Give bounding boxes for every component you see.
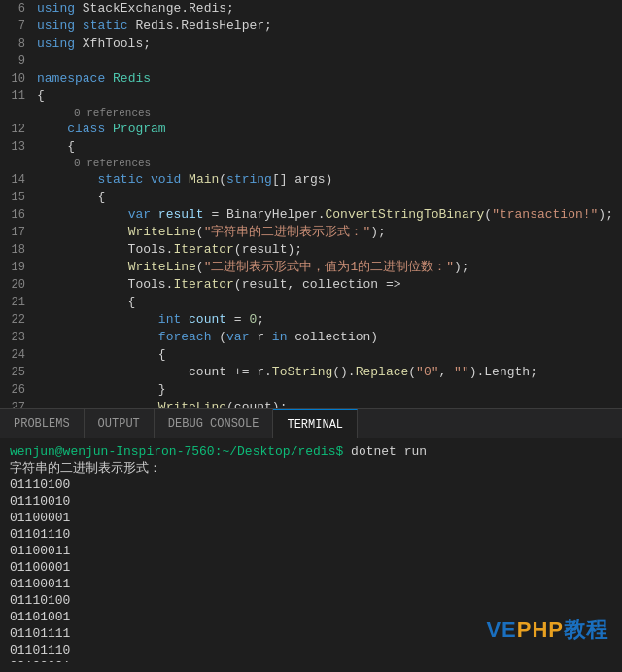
- watermark-php: PHP: [517, 618, 564, 642]
- code-line: 23 foreach (var r in collection): [0, 329, 622, 346]
- code-line: 13 {: [0, 138, 622, 156]
- line-number: 8: [0, 35, 37, 53]
- terminal-output-line: 00100001: [10, 658, 612, 662]
- line-number: 13: [0, 138, 37, 156]
- code-line: 17 WriteLine("字符串的二进制表示形式：");: [0, 224, 622, 241]
- code-content: class Program: [37, 121, 622, 138]
- terminal-output-line: 01110100: [10, 477, 612, 493]
- code-line: 25 count += r.ToString().Replace("0", ""…: [0, 364, 622, 381]
- code-content: Tools.Iterator(result);: [37, 241, 622, 259]
- code-content: foreach (var r in collection): [37, 329, 622, 346]
- tab-terminal[interactable]: TERMINAL: [273, 409, 358, 439]
- line-number: 27: [0, 399, 37, 408]
- code-line: 15 {: [0, 189, 622, 206]
- code-line: 14 static void Main(string[] args): [0, 171, 622, 189]
- line-number: 14: [0, 171, 37, 189]
- tab-debug-console[interactable]: DEBUG CONSOLE: [155, 409, 274, 439]
- code-content: using static Redis.RedisHelper;: [37, 18, 622, 35]
- code-content: {: [37, 189, 622, 206]
- watermark-ve: VE: [486, 618, 516, 642]
- code-content: {: [37, 138, 622, 156]
- terminal-output-line: 01101110: [10, 526, 612, 543]
- line-number: 19: [0, 259, 37, 276]
- terminal-output-line: 01110100: [10, 592, 612, 609]
- line-number: 7: [0, 18, 37, 35]
- terminal-output-line: 01100001: [10, 510, 612, 526]
- line-number: 23: [0, 329, 37, 346]
- terminal-output-line: 01110010: [10, 493, 612, 510]
- line-number: 21: [0, 294, 37, 311]
- tab-problems[interactable]: PROBLEMS: [0, 409, 85, 439]
- line-number: 22: [0, 311, 37, 329]
- terminal-output-line: 01100001: [10, 559, 612, 576]
- code-line: 9: [0, 53, 622, 70]
- tab-output[interactable]: OUTPUT: [85, 409, 155, 439]
- line-number: 12: [0, 121, 37, 138]
- code-line: 18 Tools.Iterator(result);: [0, 241, 622, 259]
- terminal-command: dotnet run: [343, 444, 427, 459]
- line-number: 17: [0, 224, 37, 241]
- code-line: 20 Tools.Iterator(result, collection =>: [0, 276, 622, 294]
- line-number: 6: [0, 0, 37, 18]
- code-content: {: [37, 294, 622, 311]
- code-content: {: [37, 88, 622, 105]
- code-line: 6using StackExchange.Redis;: [0, 0, 622, 18]
- line-number: 15: [0, 189, 37, 206]
- watermark: VEPHP教程: [486, 616, 608, 645]
- code-line: 12 class Program: [0, 121, 622, 138]
- terminal-output-line: 01100011: [10, 543, 612, 559]
- code-content: WriteLine(count);: [37, 399, 622, 408]
- line-number: 25: [0, 364, 37, 381]
- tab-bar: PROBLEMSOUTPUTDEBUG CONSOLETERMINAL: [0, 408, 622, 438]
- watermark-suffix: 教程: [564, 618, 608, 642]
- code-editor: 6using StackExchange.Redis;7using static…: [0, 0, 622, 408]
- line-number: 20: [0, 276, 37, 294]
- code-line: 11{: [0, 88, 622, 105]
- code-content: using StackExchange.Redis;: [37, 0, 622, 18]
- code-content: using XfhTools;: [37, 35, 622, 53]
- line-number: 9: [0, 53, 37, 70]
- code-line: 24 {: [0, 346, 622, 364]
- code-line: 16 var result = BinaryHelper.ConvertStri…: [0, 206, 622, 224]
- code-line: 19 WriteLine("二进制表示形式中，值为1的二进制位数：");: [0, 259, 622, 276]
- code-line: 21 {: [0, 294, 622, 311]
- code-line: 7using static Redis.RedisHelper;: [0, 18, 622, 35]
- line-number: 11: [0, 88, 37, 105]
- code-content: int count = 0;: [37, 311, 622, 329]
- terminal-path: :~/Desktop/redis: [215, 444, 336, 459]
- terminal-user: wenjun@wenjun-Inspiron-7560: [10, 444, 215, 459]
- line-number: 26: [0, 381, 37, 399]
- terminal-output-line: 字符串的二进制表示形式：: [10, 460, 612, 477]
- code-content: {: [37, 346, 622, 364]
- line-number: 24: [0, 346, 37, 364]
- terminal-prompt-line: wenjun@wenjun-Inspiron-7560:~/Desktop/re…: [10, 443, 612, 460]
- code-line: 22 int count = 0;: [0, 311, 622, 329]
- code-content: static void Main(string[] args): [37, 171, 622, 189]
- code-content: namespace Redis: [37, 70, 622, 88]
- line-number: 10: [0, 70, 37, 88]
- ref-hint: 0 references: [74, 156, 622, 171]
- code-content: WriteLine("字符串的二进制表示形式：");: [37, 224, 622, 241]
- line-number: 16: [0, 206, 37, 224]
- code-line: 8using XfhTools;: [0, 35, 622, 53]
- code-line: 10namespace Redis: [0, 70, 622, 88]
- ref-hint: 0 references: [74, 105, 622, 121]
- code-content: var result = BinaryHelper.ConvertStringT…: [37, 206, 622, 224]
- code-content: count += r.ToString().Replace("0", "").L…: [37, 364, 622, 381]
- code-content: WriteLine("二进制表示形式中，值为1的二进制位数：");: [37, 259, 622, 276]
- line-number: 18: [0, 241, 37, 259]
- code-content: }: [37, 381, 622, 399]
- code-line: 27 WriteLine(count);: [0, 399, 622, 408]
- terminal-output-line: 01100011: [10, 576, 612, 592]
- code-content: Tools.Iterator(result, collection =>: [37, 276, 622, 294]
- code-line: 26 }: [0, 381, 622, 399]
